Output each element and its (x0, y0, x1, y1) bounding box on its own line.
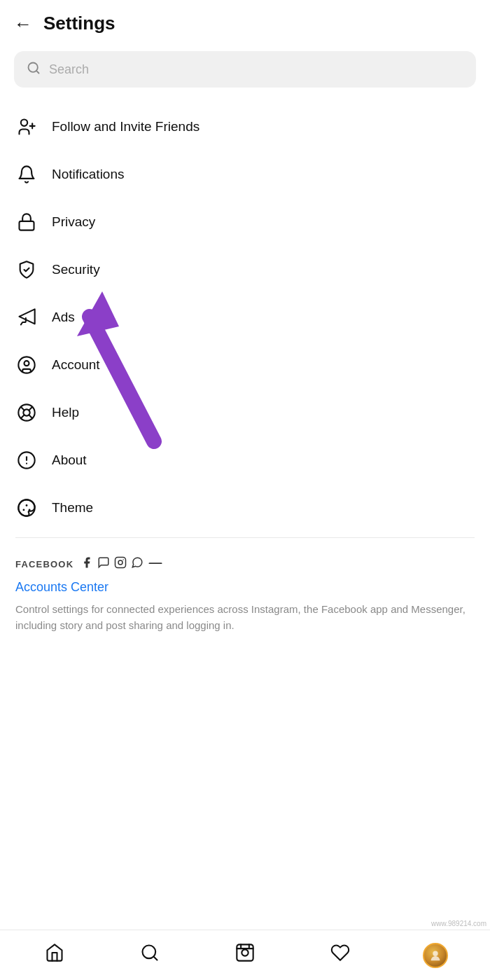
menu-item-security[interactable]: Security (0, 246, 490, 294)
svg-point-8 (24, 361, 29, 366)
svg-point-32 (241, 949, 248, 955)
menu-label-follow-invite: Follow and Invite Friends (52, 119, 200, 134)
menu-item-theme[interactable]: Theme (0, 484, 490, 532)
menu-item-help[interactable]: Help (0, 389, 490, 436)
menu-label-notifications: Notifications (52, 167, 125, 182)
svg-point-19 (23, 509, 25, 511)
svg-point-2 (21, 120, 27, 126)
svg-line-12 (29, 415, 32, 418)
menu-item-privacy[interactable]: Privacy (0, 198, 490, 246)
svg-line-14 (21, 415, 24, 418)
svg-point-20 (26, 504, 28, 506)
accounts-center-description: Control settings for connected experienc… (15, 602, 475, 633)
facebook-brand-icons (80, 556, 163, 572)
menu-item-follow-invite[interactable]: Follow and Invite Friends (0, 103, 490, 151)
menu-item-about[interactable]: About (0, 436, 490, 484)
back-button[interactable]: ← (14, 15, 32, 33)
menu-item-account[interactable]: Account (0, 341, 490, 389)
svg-point-7 (18, 357, 34, 373)
section-divider (15, 537, 475, 538)
megaphone-icon (15, 306, 38, 329)
lifebuoy-icon (15, 401, 38, 424)
person-circle-icon (15, 354, 38, 376)
svg-rect-31 (237, 944, 253, 960)
svg-point-36 (433, 951, 438, 955)
search-nav-icon (140, 943, 160, 967)
facebook-section: FACEBOOK (0, 541, 490, 640)
bell-icon (15, 163, 38, 186)
instagram-icon (114, 556, 127, 572)
facebook-header: FACEBOOK (15, 556, 475, 572)
watermark: www.989214.com (431, 920, 486, 927)
svg-rect-5 (20, 221, 34, 230)
messenger-icon (97, 556, 110, 572)
menu-list: Follow and Invite Friends Notifications … (0, 100, 490, 534)
threads-icon (148, 558, 163, 570)
bottom-spacer (0, 640, 490, 703)
search-bar[interactable]: Search (14, 51, 476, 88)
nav-item-reels[interactable] (224, 938, 266, 973)
menu-label-ads: Ads (52, 310, 75, 325)
lock-icon (15, 211, 38, 233)
person-add-icon (15, 116, 38, 138)
svg-point-24 (123, 559, 125, 560)
menu-item-ads[interactable]: Ads (0, 294, 490, 341)
page-title: Settings (43, 13, 115, 34)
nav-item-profile[interactable] (414, 938, 456, 973)
bottom-navigation (0, 930, 490, 980)
svg-point-6 (19, 316, 20, 317)
whatsapp-icon (131, 556, 144, 572)
home-icon (45, 943, 64, 967)
menu-label-theme: Theme (52, 500, 93, 516)
header: ← Settings (0, 0, 490, 41)
menu-label-account: Account (52, 357, 100, 373)
info-circle-icon (15, 449, 38, 471)
menu-item-notifications[interactable]: Notifications (0, 151, 490, 198)
svg-rect-25 (149, 563, 162, 564)
nav-item-home[interactable] (34, 938, 76, 973)
svg-line-1 (36, 71, 39, 74)
svg-line-13 (29, 407, 32, 410)
facebook-label: FACEBOOK (15, 559, 74, 570)
svg-point-23 (118, 560, 122, 565)
svg-line-30 (153, 956, 157, 960)
palette-icon (15, 497, 38, 519)
menu-label-about: About (52, 453, 87, 468)
shield-check-icon (15, 258, 38, 281)
menu-label-help: Help (52, 405, 79, 420)
nav-item-search[interactable] (129, 938, 171, 973)
menu-label-privacy: Privacy (52, 214, 95, 230)
search-placeholder-text: Search (49, 62, 89, 77)
profile-avatar (423, 943, 448, 968)
nav-item-likes[interactable] (319, 938, 361, 973)
reels-icon (235, 943, 255, 967)
search-container: Search (0, 41, 490, 100)
svg-rect-22 (115, 558, 126, 568)
menu-label-security: Security (52, 262, 100, 277)
svg-line-11 (21, 407, 24, 410)
accounts-center-link[interactable]: Accounts Center (15, 580, 475, 595)
search-icon (27, 61, 41, 78)
facebook-icon (80, 556, 93, 572)
heart-icon (330, 943, 350, 967)
